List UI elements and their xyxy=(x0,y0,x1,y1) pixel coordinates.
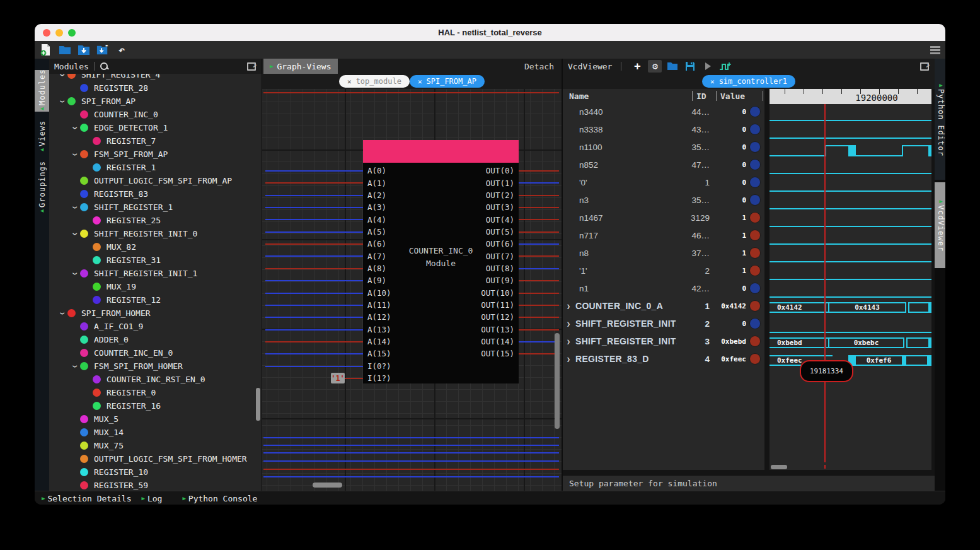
search-icon[interactable] xyxy=(100,62,108,71)
dock-tab-python-console[interactable]: ▶Python Console xyxy=(178,494,261,503)
module-node-header[interactable] xyxy=(363,140,519,163)
signal-row[interactable]: n335…0 xyxy=(563,191,764,209)
tree-item[interactable]: COUNTER_INC_0 xyxy=(49,108,262,121)
column-value[interactable]: Value xyxy=(720,91,745,101)
timeline-cursor[interactable] xyxy=(824,104,826,459)
tree-item[interactable]: SHIFT_REGISTER_4 xyxy=(49,74,262,81)
tree-item[interactable]: COUNTER_INC_EN_0 xyxy=(49,346,262,360)
dock-tab-log[interactable]: ▶Log xyxy=(137,494,166,503)
input-pin[interactable]: A(3) xyxy=(367,201,386,213)
tree-item[interactable]: REGISTER_0 xyxy=(49,386,262,399)
output-pin[interactable]: OUT(10) xyxy=(481,286,514,298)
net-wire[interactable] xyxy=(263,460,559,462)
output-pin[interactable]: OUT(0) xyxy=(486,165,514,177)
tree-item[interactable]: ADDER_0 xyxy=(49,333,262,346)
net-wire[interactable] xyxy=(265,243,363,245)
waveform-view[interactable]: 19200000 xyxy=(770,89,931,470)
tree-item[interactable]: REGISTER_25 xyxy=(49,214,262,227)
net-wire[interactable] xyxy=(519,317,559,318)
tree-item[interactable]: REGISTER_83 xyxy=(49,187,262,201)
net-wire[interactable] xyxy=(265,195,363,196)
signal-group-row[interactable]: ❯COUNTER_INC_0_A10x4142 xyxy=(563,297,764,315)
output-pin[interactable]: OUT(13) xyxy=(481,323,514,335)
tree-item[interactable]: FSM_SPI_FROM_AP xyxy=(49,148,262,161)
net-wire[interactable] xyxy=(519,280,559,281)
output-pin[interactable]: OUT(3) xyxy=(486,201,514,213)
open-folder-icon[interactable] xyxy=(59,44,71,56)
chevron-right-icon[interactable]: ❯ xyxy=(567,356,575,363)
close-icon[interactable]: ✕ xyxy=(347,78,352,86)
chevron-right-icon[interactable]: ❯ xyxy=(567,338,575,345)
input-pin[interactable]: A(9) xyxy=(367,274,386,286)
input-pin[interactable]: A(11) xyxy=(367,299,391,311)
tree-item[interactable]: MUX_5 xyxy=(49,413,262,426)
graph-views-title-tab[interactable]: ▶Graph-Views xyxy=(263,59,338,74)
tree-item[interactable]: SHIFT_REGISTER_INIT_0 xyxy=(49,227,262,240)
net-wire[interactable] xyxy=(263,452,559,453)
net-wire[interactable] xyxy=(519,353,559,354)
net-wire[interactable] xyxy=(519,243,559,245)
input-pin[interactable]: I(0?) xyxy=(367,360,391,372)
signal-group-row[interactable]: ❯REGISTER_83_D40xfeec xyxy=(563,350,764,368)
tree-item[interactable]: SPI_FROM_HOMER xyxy=(49,307,262,320)
net-wire[interactable] xyxy=(265,280,363,281)
signal-row[interactable]: n85247…0 xyxy=(563,156,764,173)
new-project-icon[interactable] xyxy=(40,44,52,56)
net-wire[interactable] xyxy=(265,219,363,220)
input-pin[interactable]: A(4) xyxy=(367,213,386,225)
chevron-down-icon[interactable] xyxy=(69,125,80,131)
timeline-ruler[interactable]: 19200000 xyxy=(770,89,931,104)
net-wire[interactable] xyxy=(265,207,363,208)
add-signal-icon[interactable] xyxy=(718,60,732,73)
net-wire[interactable] xyxy=(519,329,559,331)
net-wire[interactable] xyxy=(265,317,363,318)
dock-tab-views[interactable]: ▶Views xyxy=(35,118,49,156)
input-pin[interactable]: A(15) xyxy=(367,348,391,360)
output-pin[interactable]: OUT(12) xyxy=(481,311,514,323)
tree-item[interactable]: REGISTER_16 xyxy=(49,399,262,413)
chevron-down-icon[interactable] xyxy=(69,363,80,370)
save-icon[interactable] xyxy=(683,60,697,73)
detach-panel-icon[interactable]: ↗ xyxy=(920,62,930,71)
net-wire[interactable] xyxy=(265,231,363,233)
net-wire[interactable] xyxy=(263,469,559,470)
input-pin[interactable]: A(5) xyxy=(367,226,386,238)
net-wire[interactable] xyxy=(265,366,363,367)
net-wire[interactable] xyxy=(263,92,559,93)
net-wire[interactable] xyxy=(265,293,363,294)
chevron-down-icon[interactable] xyxy=(69,231,80,237)
tree-item[interactable]: OUTPUT_LOGIC_FSM_SPI_FROM_HOMER xyxy=(49,452,262,465)
input-pin[interactable]: A(14) xyxy=(367,336,391,348)
signal-row[interactable]: n142…0 xyxy=(563,279,764,297)
net-wire[interactable] xyxy=(263,476,559,477)
input-pin[interactable]: A(10) xyxy=(367,286,391,298)
graph-vertical-scrollbar[interactable] xyxy=(555,333,560,429)
net-wire[interactable] xyxy=(345,378,363,379)
net-wire[interactable] xyxy=(519,305,559,306)
net-wire[interactable] xyxy=(263,445,559,446)
column-name[interactable]: Name xyxy=(563,91,589,101)
net-wire[interactable] xyxy=(519,293,559,294)
tree-item[interactable]: MUX_19 xyxy=(49,280,262,293)
import-netlist-as-icon[interactable]: * xyxy=(96,44,109,56)
input-pin[interactable]: A(0) xyxy=(367,165,386,177)
tree-item[interactable]: SHIFT_REGISTER_1 xyxy=(49,201,262,214)
output-pin[interactable]: OUT(4) xyxy=(486,213,514,225)
tree-item[interactable]: MUX_82 xyxy=(49,240,262,254)
run-simulation-icon[interactable] xyxy=(701,60,715,73)
tree-item[interactable]: REGISTER_7 xyxy=(49,134,262,148)
net-wire[interactable] xyxy=(519,195,559,196)
chevron-right-icon[interactable]: ❯ xyxy=(567,320,575,327)
chevron-down-icon[interactable] xyxy=(69,151,80,158)
net-wire[interactable] xyxy=(263,437,559,438)
chevron-down-icon[interactable] xyxy=(69,271,80,277)
chevron-down-icon[interactable] xyxy=(57,74,67,78)
tree-item[interactable]: REGISTER_31 xyxy=(49,254,262,267)
gear-icon[interactable]: ⚙ xyxy=(648,60,662,73)
tree-item[interactable]: REGISTER_1 xyxy=(49,161,262,174)
add-waveform-group-icon[interactable]: + xyxy=(630,60,644,73)
tree-scrollbar[interactable] xyxy=(256,388,260,421)
detach-button[interactable]: Detach xyxy=(524,62,554,71)
dock-tab-vcdviewer[interactable]: ▶VcdViewer xyxy=(935,182,945,268)
net-wire[interactable] xyxy=(265,268,363,269)
